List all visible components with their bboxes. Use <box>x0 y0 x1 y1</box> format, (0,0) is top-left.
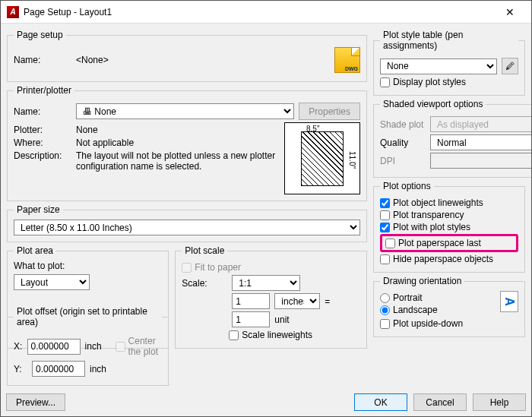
plotter-label: Plotter: <box>14 125 71 135</box>
unit-word: unit <box>274 314 289 325</box>
y-unit: inch <box>90 364 106 374</box>
fit-to-paper-checkbox: Fit to paper <box>182 262 360 273</box>
hide-paperspace-checkbox[interactable]: Hide paperspace objects <box>380 254 518 264</box>
orientation-icon: A <box>500 291 518 312</box>
paper-size-group: Paper size Letter (8.50 x 11.00 Inches) <box>7 204 367 242</box>
plot-options-group: Plot options Plot object lineweights Plo… <box>373 181 525 273</box>
plot-offset-legend: Plot offset (origin set to printable are… <box>14 306 162 327</box>
dialog-footer: Preview... OK Cancel Help <box>6 393 526 411</box>
display-plot-styles-checkbox[interactable]: Display plot styles <box>380 77 518 87</box>
dpi-label: DPI <box>380 156 426 166</box>
dpi-input <box>430 153 532 169</box>
properties-button[interactable]: Properties <box>299 103 360 120</box>
drawing-units-input[interactable] <box>232 311 270 327</box>
paper-height-label: 11.0" <box>348 151 356 169</box>
app-icon: A <box>7 6 19 18</box>
plot-offset-group: Plot offset (origin set to printable are… <box>7 306 169 386</box>
paper-size-select[interactable]: Letter (8.50 x 11.00 Inches) <box>14 220 360 235</box>
printer-group: Printer/plotter Name: 🖶 None document.qu… <box>7 85 367 201</box>
window-title: Page Setup - Layout1 <box>24 7 495 17</box>
plot-area-legend: Plot area <box>14 245 56 256</box>
portrait-radio[interactable]: Portrait <box>380 292 494 303</box>
quality-select[interactable]: Normal <box>430 134 532 150</box>
plot-options-legend: Plot options <box>380 181 434 191</box>
shaded-legend: Shaded viewport options <box>380 99 486 109</box>
page-setup-group: Page setup Name: <None> DWG <box>7 30 367 82</box>
upside-down-checkbox[interactable]: Plot upside-down <box>380 318 518 329</box>
y-label: Y: <box>14 364 27 374</box>
landscape-radio[interactable]: Landscape <box>380 305 494 315</box>
plot-style-legend: Plot style table (pen assignments) <box>380 30 518 51</box>
shaded-viewport-group: Shaded viewport options Shade plot As di… <box>373 99 532 178</box>
orientation-legend: Drawing orientation <box>380 276 464 286</box>
desc-label: Description: <box>14 150 71 161</box>
quality-label: Quality <box>380 137 426 148</box>
x-input[interactable] <box>27 339 81 355</box>
where-value: Not applicable <box>76 137 134 148</box>
plotter-value: None <box>76 125 98 135</box>
printer-legend: Printer/plotter <box>14 85 74 96</box>
plot-transparency-checkbox[interactable]: Plot transparency <box>380 210 518 220</box>
paper-size-legend: Paper size <box>14 204 63 215</box>
name-label: Name: <box>14 55 71 65</box>
printer-name-select[interactable]: 🖶 None <box>76 103 294 119</box>
page-setup-name: <None> <box>76 55 109 65</box>
shade-plot-label: Shade plot <box>380 119 426 130</box>
preview-button[interactable]: Preview... <box>6 393 65 411</box>
y-input[interactable] <box>32 361 85 377</box>
dwg-icon: DWG <box>334 47 360 73</box>
scale-units-input[interactable] <box>232 293 270 309</box>
units-select[interactable]: inches <box>274 293 320 309</box>
page-setup-legend: Page setup <box>14 30 66 40</box>
plot-scale-group: Plot scale Fit to paper Scale: 1:1 inche… <box>175 245 367 349</box>
plot-paperspace-last-checkbox[interactable]: Plot paperspace last <box>380 234 518 252</box>
plot-scale-legend: Plot scale <box>182 245 227 256</box>
plot-style-group: Plot style table (pen assignments) None … <box>373 30 525 96</box>
paper-width-label: 8.5" <box>306 125 319 133</box>
scale-lineweights-checkbox[interactable]: Scale lineweights <box>229 330 360 340</box>
cancel-button[interactable]: Cancel <box>413 393 467 411</box>
printer-name-label: Name: <box>14 106 71 117</box>
plot-style-select[interactable]: None <box>380 58 497 74</box>
plot-with-styles-checkbox[interactable]: Plot with plot styles <box>380 222 518 232</box>
scale-select[interactable]: 1:1 <box>232 275 300 291</box>
what-to-plot-select[interactable]: Layout <box>14 274 90 290</box>
titlebar: A Page Setup - Layout1 ✕ <box>1 1 531 24</box>
x-unit: inch <box>85 341 102 352</box>
close-button[interactable]: ✕ <box>495 2 525 23</box>
desc-value: The layout will not be plotted unless a … <box>76 150 278 172</box>
orientation-group: Drawing orientation Portrait Landscape A <box>373 276 525 337</box>
center-plot-checkbox: Center the plot <box>116 336 163 357</box>
paper-preview: 8.5" 11.0" <box>284 122 360 194</box>
plot-style-edit-button[interactable]: 🖉 <box>502 58 518 74</box>
shade-plot-select: As displayed <box>430 116 532 132</box>
plot-lineweights-checkbox[interactable]: Plot object lineweights <box>380 197 518 208</box>
what-to-plot-label: What to plot: <box>14 261 162 271</box>
where-label: Where: <box>14 137 71 148</box>
ok-button[interactable]: OK <box>354 393 407 411</box>
x-label: X: <box>14 341 23 352</box>
equals-label: = <box>325 296 330 307</box>
scale-label: Scale: <box>182 278 227 289</box>
help-button[interactable]: Help <box>473 393 526 411</box>
paintbrush-icon: 🖉 <box>505 61 515 71</box>
